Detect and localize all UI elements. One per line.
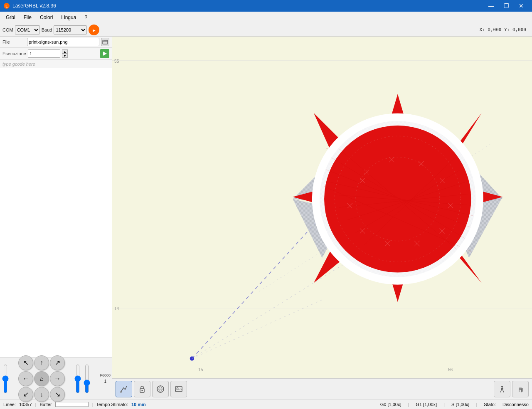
sep3: |: [408, 402, 409, 407]
baud-label: Baud: [42, 27, 52, 32]
svg-text:56: 56: [448, 367, 453, 372]
svg-text:L: L: [5, 4, 8, 8]
sep1: |: [35, 402, 37, 407]
svg-text:15: 15: [198, 367, 203, 372]
spinner-down[interactable]: ▼: [62, 54, 68, 58]
svg-text:55: 55: [114, 59, 119, 64]
status-right: G0 [1,00x] | G1 [1,00x] | S [1,00x] | St…: [380, 402, 529, 407]
baud-select[interactable]: 115200: [54, 25, 87, 34]
canvas-area: 55 14 15 56: [112, 37, 532, 378]
feed-label: F6000: [100, 373, 111, 377]
linee-label: Linee:: [3, 402, 16, 407]
stato-value: Disconnesso: [502, 402, 529, 407]
joy-n[interactable]: ↑: [34, 355, 49, 370]
right-slider-1[interactable]: [74, 364, 81, 393]
esecuzione-spinner[interactable]: ▲ ▼: [62, 49, 68, 58]
feed-display: F6000 1: [100, 373, 111, 384]
tool-image-button[interactable]: [170, 381, 187, 397]
right-slider-2[interactable]: [83, 364, 91, 393]
title-bar: L LaserGRBL v2.8.36 — ❐ ✕: [0, 0, 532, 12]
gcode-placeholder-text: type gcode here: [0, 60, 112, 68]
svg-rect-5: [103, 40, 104, 42]
app-icon: L: [3, 2, 10, 9]
esecuzione-row: Esecuzione ▲ ▼: [0, 48, 112, 60]
right-sliders: [74, 364, 91, 393]
menu-grbl[interactable]: Grbl: [2, 13, 20, 22]
gcode-input[interactable]: [0, 68, 112, 357]
file-browse-button[interactable]: [101, 38, 109, 46]
joy-s[interactable]: ↓: [34, 387, 49, 402]
menu-colori[interactable]: Colori: [36, 13, 57, 22]
left-sliders: [2, 364, 9, 393]
stato-label: Stato:: [484, 402, 496, 407]
sep5: |: [476, 402, 477, 407]
bottom-toolbar: [112, 378, 532, 399]
tool-globe-button[interactable]: [152, 381, 169, 397]
close-button[interactable]: ✕: [514, 0, 529, 12]
tempo-value: 10 min: [131, 402, 146, 407]
g1-display: G1 [1,00x]: [416, 402, 437, 407]
joy-nw[interactable]: ↖: [18, 355, 33, 370]
svg-point-82: [501, 386, 503, 387]
sep2: |: [92, 402, 93, 407]
toolbar: COM COM1 Baud 115200 ▶ X: 0,000 Y: 0,000: [0, 23, 532, 37]
com-label: COM: [2, 27, 13, 32]
s-display: S [1,00x]: [451, 402, 469, 407]
tool-draw-button[interactable]: [116, 381, 132, 397]
tool-walk-button[interactable]: [494, 381, 510, 397]
menu-help[interactable]: ?: [80, 13, 91, 22]
joy-ne[interactable]: ↗: [50, 355, 65, 370]
buffer-bar: [55, 402, 89, 407]
svg-point-77: [142, 390, 143, 391]
minimize-button[interactable]: —: [484, 0, 499, 12]
controls-panel: ↖ ↑ ↗ ← ⌂ → ↙ ↓ ↘ F6000 1: [0, 357, 112, 399]
tool-hand-button[interactable]: [512, 381, 529, 397]
sep4: |: [443, 402, 445, 407]
joy-se[interactable]: ↘: [50, 387, 65, 402]
tempo-label: Tempo Stimato:: [96, 402, 128, 407]
joy-home[interactable]: ⌂: [34, 371, 49, 386]
left-panel: File Esecuzione ▲ ▼: [0, 37, 112, 399]
buffer-label: Buffer: [39, 402, 52, 407]
spinner-up[interactable]: ▲: [62, 49, 68, 54]
joy-sw[interactable]: ↙: [18, 387, 33, 402]
com-select[interactable]: COM1: [15, 25, 40, 34]
svg-marker-6: [103, 52, 107, 56]
svg-text:▶: ▶: [93, 29, 96, 32]
maximize-button[interactable]: ❐: [499, 0, 514, 12]
joystick-grid: ↖ ↑ ↗ ← ⌂ → ↙ ↓ ↘: [18, 355, 65, 402]
app-title: LaserGRBL v2.8.36: [12, 3, 484, 9]
left-slider[interactable]: [2, 364, 9, 393]
joy-e[interactable]: →: [50, 371, 65, 386]
linee-value: 10357: [19, 402, 32, 407]
esecuzione-input[interactable]: [28, 49, 60, 58]
tool-lock-button[interactable]: [134, 381, 150, 397]
status-bar: Linee: 10357 | Buffer | Tempo Stimato: 1…: [0, 399, 532, 409]
menu-file[interactable]: File: [20, 13, 36, 22]
speed-value: 1: [104, 379, 106, 384]
play-button[interactable]: [100, 49, 109, 58]
file-input[interactable]: [27, 38, 99, 46]
g0-display: G0 [1,00x]: [380, 402, 401, 407]
menu-bar: Grbl File Colori Lingua ?: [0, 12, 532, 23]
coord-display: X: 0,000 Y: 0,000: [479, 27, 526, 32]
svg-text:14: 14: [114, 306, 119, 311]
work-canvas: 55 14 15 56: [112, 37, 532, 378]
file-row: File: [0, 37, 112, 48]
svg-point-75: [120, 391, 122, 393]
joy-w[interactable]: ←: [18, 371, 33, 386]
menu-lingua[interactable]: Lingua: [57, 13, 80, 22]
connect-button[interactable]: ▶: [89, 25, 99, 35]
file-label: File: [2, 39, 25, 44]
esecuzione-label: Esecuzione: [2, 51, 26, 56]
gcode-area: type gcode here: [0, 60, 112, 357]
